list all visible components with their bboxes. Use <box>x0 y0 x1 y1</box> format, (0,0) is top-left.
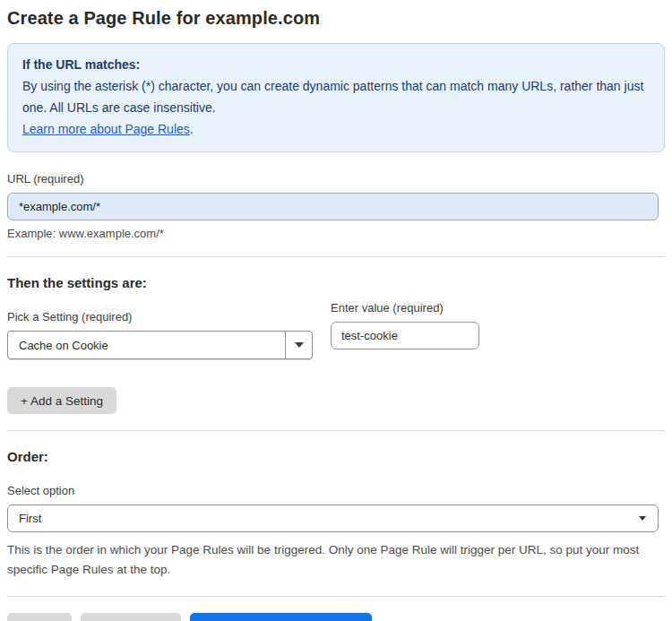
page-rule-form: Create a Page Rule for example.com If th… <box>0 8 672 621</box>
setting-picker-label: Pick a Setting (required) <box>7 310 313 323</box>
url-field-label: URL (required) <box>7 172 665 185</box>
order-section-heading: Order: <box>7 449 665 464</box>
order-select-value: First <box>19 512 41 525</box>
divider <box>7 256 665 257</box>
order-select[interactable]: First <box>7 505 659 532</box>
add-setting-button[interactable]: + Add a Setting <box>7 387 116 414</box>
setting-value-column: Enter value (required) <box>331 290 479 349</box>
divider <box>7 596 665 597</box>
info-box-heading: If the URL matches: <box>22 54 650 75</box>
divider <box>7 430 665 431</box>
save-as-draft-button[interactable]: Save as Draft <box>81 613 181 621</box>
info-box-link-line: Learn more about Page Rules. <box>22 118 650 140</box>
url-example-text: Example: www.example.com/* <box>7 227 665 240</box>
learn-more-link[interactable]: Learn more about Page Rules <box>22 122 190 136</box>
settings-section-heading: Then the settings are: <box>7 275 665 290</box>
url-input[interactable] <box>7 193 659 220</box>
link-suffix: . <box>190 122 194 136</box>
form-actions: Cancel Save as Draft Save and Deploy Pag… <box>7 613 665 621</box>
info-box-body: By using the asterisk (*) character, you… <box>22 75 650 118</box>
setting-dropdown[interactable]: Cache on Cookie <box>7 331 313 359</box>
setting-dropdown-arrow-button[interactable] <box>285 332 312 358</box>
setting-picker-column: Pick a Setting (required) Cache on Cooki… <box>7 290 313 359</box>
select-arrow-icon <box>639 516 646 521</box>
order-help-text: This is the order in which your Page Rul… <box>7 540 652 580</box>
setting-value-label: Enter value (required) <box>331 301 479 315</box>
cancel-button[interactable]: Cancel <box>7 613 72 621</box>
setting-value-input[interactable] <box>331 322 479 349</box>
save-and-deploy-button[interactable]: Save and Deploy Page Rule <box>190 613 373 621</box>
order-select-label: Select option <box>7 484 665 497</box>
page-title: Create a Page Rule for example.com <box>7 8 665 29</box>
setting-dropdown-value: Cache on Cookie <box>8 332 285 358</box>
dropdown-arrow-icon <box>295 342 304 348</box>
url-match-info-box: If the URL matches: By using the asteris… <box>7 43 665 152</box>
settings-row: Pick a Setting (required) Cache on Cooki… <box>7 290 665 359</box>
